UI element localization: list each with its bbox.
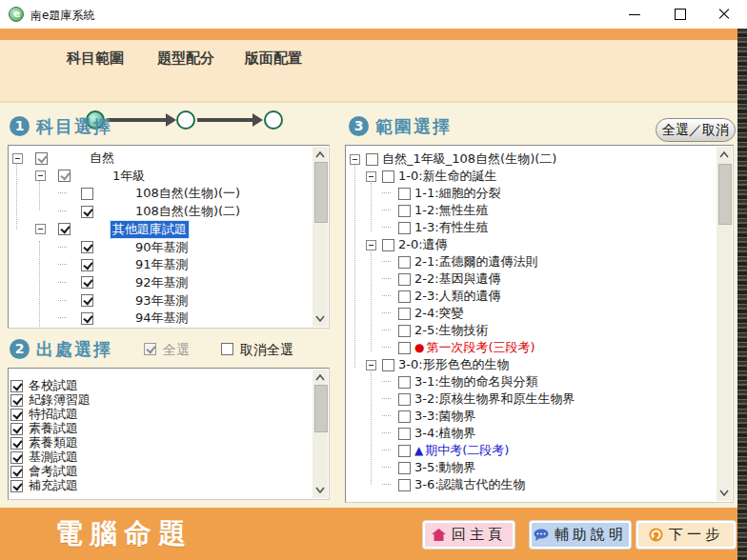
tree-item-label[interactable]: 108自然(生物)(一): [133, 185, 242, 202]
tree-item-label[interactable]: 94年基測: [133, 310, 191, 327]
step-circle-2[interactable]: [176, 110, 195, 130]
subject-scrollbar[interactable]: [313, 147, 328, 327]
tree-item-label[interactable]: 2-0:遺傳: [396, 236, 450, 253]
tree-item-label[interactable]: 自然: [88, 150, 116, 167]
help-button[interactable]: 輔助說明: [530, 521, 631, 549]
scroll-down-icon[interactable]: [719, 490, 729, 496]
tree-item-label[interactable]: 2-4:突變: [413, 305, 466, 322]
checkbox[interactable]: [398, 445, 411, 457]
minimize-icon[interactable]: [614, 0, 656, 29]
collapse-toggle-icon[interactable]: [35, 224, 46, 234]
checkbox[interactable]: [398, 222, 411, 234]
tree-item-label[interactable]: 1-0:新生命的誕生: [396, 168, 499, 185]
scrollbar-thumb[interactable]: [314, 162, 328, 223]
checkbox[interactable]: [398, 273, 411, 286]
checkbox[interactable]: [398, 462, 411, 474]
scroll-up-icon[interactable]: [315, 151, 325, 158]
checkbox[interactable]: [398, 428, 411, 440]
select-all-toggle-button[interactable]: 全選／取消: [656, 118, 736, 142]
select-all-checkbox[interactable]: [144, 343, 156, 355]
scrollbar-thumb[interactable]: [314, 385, 328, 432]
tree-item-label[interactable]: 2-2:基因與遺傳: [413, 270, 503, 288]
collapse-toggle-icon[interactable]: [35, 170, 46, 181]
tree-item-label[interactable]: 92年基測: [133, 274, 191, 291]
tree-item-label[interactable]: 3-6:認識古代的生物: [413, 476, 528, 493]
checkbox[interactable]: [366, 153, 378, 166]
checkbox[interactable]: [382, 170, 394, 183]
checkbox[interactable]: [10, 380, 23, 392]
tree-item-label[interactable]: 95年基測: [133, 328, 191, 329]
tree-item-label[interactable]: 108自然(生物)(二): [133, 203, 242, 220]
scroll-down-icon[interactable]: [315, 315, 325, 322]
tree-item-label[interactable]: 3-2:原核生物界和原生生物界: [413, 390, 577, 408]
tree-item-label[interactable]: 3-0:形形色色的生物: [396, 356, 512, 373]
tree-item-label[interactable]: 90年基測: [133, 239, 191, 256]
tree-item-label[interactable]: 3-3:菌物界: [413, 408, 478, 425]
maximize-icon[interactable]: [658, 0, 700, 29]
collapse-toggle-icon[interactable]: [12, 153, 23, 164]
checkbox[interactable]: [398, 479, 411, 491]
tree-item-label[interactable]: 3-4:植物界: [413, 425, 478, 442]
checkbox[interactable]: [398, 376, 411, 389]
collapse-toggle-icon[interactable]: [366, 240, 376, 250]
checkbox[interactable]: [10, 451, 23, 464]
checkbox[interactable]: [398, 393, 411, 406]
checkbox[interactable]: [81, 206, 93, 218]
checkbox[interactable]: [10, 466, 23, 478]
tree-item-label[interactable]: ●第一次段考(三段考): [413, 339, 537, 356]
scroll-up-icon[interactable]: [315, 374, 325, 381]
tree-item-label[interactable]: ▲期中考(二段考): [413, 442, 511, 459]
close-icon[interactable]: [703, 0, 745, 29]
step-circle-3[interactable]: [264, 110, 283, 130]
tree-item-label[interactable]: 1-3:有性生殖: [413, 219, 491, 236]
tree-item-label[interactable]: 2-3:人類的遺傳: [413, 288, 503, 305]
checkbox[interactable]: [398, 256, 411, 269]
checkbox[interactable]: [81, 276, 93, 289]
tree-item-label[interactable]: 3-5:動物界: [413, 459, 478, 476]
tree-item-label[interactable]: 2-5:生物技術: [413, 322, 491, 339]
checkbox[interactable]: [10, 409, 23, 421]
scroll-up-icon[interactable]: [719, 151, 729, 158]
deselect-all-checkbox[interactable]: [221, 343, 233, 355]
checkbox[interactable]: [81, 241, 93, 253]
checkbox[interactable]: [81, 259, 93, 271]
checkbox[interactable]: [10, 423, 23, 435]
checkbox[interactable]: [10, 437, 23, 450]
checkbox[interactable]: [398, 342, 411, 354]
collapse-toggle-icon[interactable]: [350, 154, 360, 165]
home-button[interactable]: 回主頁: [423, 521, 515, 549]
tree-item-label[interactable]: 1年級: [111, 168, 147, 185]
checkbox[interactable]: [398, 290, 411, 303]
checkbox[interactable]: [58, 170, 71, 182]
checkbox[interactable]: [58, 223, 71, 235]
source-scrollbar[interactable]: [313, 370, 328, 498]
checkbox[interactable]: [398, 188, 411, 200]
tree-item-label[interactable]: 91年基測: [133, 256, 191, 273]
checkbox[interactable]: [398, 205, 411, 217]
tree-item-label[interactable]: 93年基測: [133, 292, 191, 310]
list-item-label[interactable]: 補充試題: [27, 477, 80, 494]
tree-item-label[interactable]: 2-1:孟德爾的遺傳法則: [413, 253, 540, 270]
scroll-down-icon[interactable]: [315, 487, 325, 493]
range-scrollbar[interactable]: [717, 147, 732, 501]
tree-item-label[interactable]: 3-1:生物的命名與分類: [413, 373, 540, 390]
checkbox[interactable]: [398, 410, 411, 423]
checkbox[interactable]: [382, 239, 394, 251]
checkbox[interactable]: [81, 294, 93, 307]
next-step-button[interactable]: 下一步: [636, 521, 736, 549]
tree-item-label[interactable]: 其他題庫試題: [111, 221, 189, 238]
collapse-toggle-icon[interactable]: [366, 171, 376, 182]
scrollbar-thumb[interactable]: [718, 164, 732, 225]
checkbox[interactable]: [10, 394, 23, 407]
checkbox[interactable]: [81, 188, 93, 200]
checkbox[interactable]: [81, 312, 93, 325]
checkbox[interactable]: [10, 480, 23, 492]
tree-item-label[interactable]: 1-2:無性生殖: [413, 202, 491, 219]
tree-item-label[interactable]: 1-1:細胞的分裂: [413, 185, 503, 202]
collapse-toggle-icon[interactable]: [366, 360, 376, 370]
checkbox[interactable]: [398, 325, 411, 337]
checkbox[interactable]: [35, 152, 48, 165]
checkbox[interactable]: [382, 359, 394, 371]
checkbox[interactable]: [398, 308, 411, 320]
tree-item-label[interactable]: 自然_1年級_108自然(生物)(二): [380, 150, 558, 168]
